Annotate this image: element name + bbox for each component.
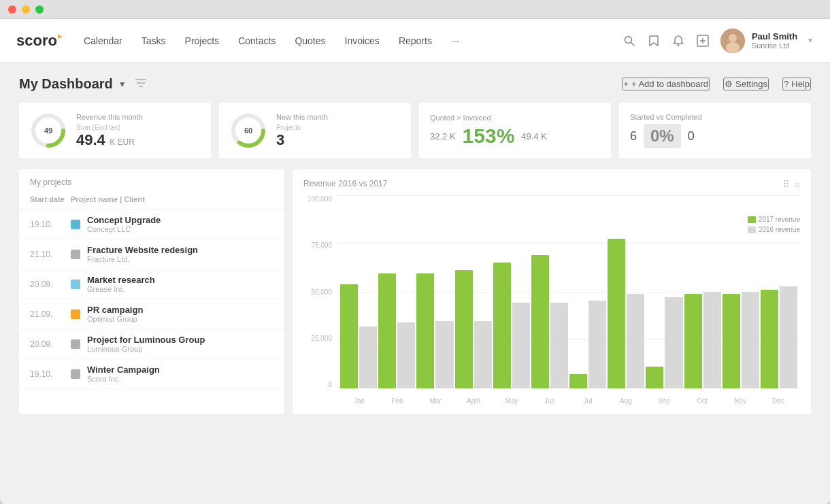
chart-title: Revenue 2016 vs 2017 <box>303 179 387 188</box>
project-row[interactable]: 19.10. Winter Campaign Scoro Inc. <box>19 359 284 389</box>
y-axis-label: 0 <box>328 381 332 388</box>
add-icon-label: + <box>623 79 629 89</box>
close-button[interactable] <box>8 5 16 14</box>
revenue-value: 49.4 <box>76 131 105 148</box>
nav-quotes[interactable]: Quotes <box>295 35 325 46</box>
svc-values: 6 0% 0 <box>630 124 800 148</box>
nav-icons <box>622 34 710 48</box>
project-color-indicator <box>71 250 80 259</box>
settings-label: Settings <box>735 79 767 89</box>
col-name: Project name | Client <box>71 195 273 203</box>
user-name: Paul Smith <box>752 31 797 41</box>
qi-right: 49.4 K <box>521 131 547 141</box>
nav-more[interactable]: ··· <box>451 35 459 46</box>
new-projects-sublabel: Projects <box>276 124 400 131</box>
dashboard-dropdown-icon[interactable]: ▼ <box>118 80 127 89</box>
bar-2017 <box>723 294 740 389</box>
bar-2017 <box>455 270 473 388</box>
bar-group <box>646 297 682 388</box>
project-row[interactable]: 20.09. Market research Grease Inc. <box>19 269 284 299</box>
help-label: Help <box>791 79 810 89</box>
qi-left: 32.2 K <box>430 131 456 141</box>
bar-2016 <box>780 286 797 388</box>
settings-button[interactable]: ⚙ Settings <box>723 78 769 90</box>
new-projects-card: 60 New this month Projects 3 <box>219 103 411 158</box>
chart-close-icon[interactable]: ○ <box>795 179 800 190</box>
chart-body: JanFebMarAprilMayJunJulAugSepOctNovDec 2… <box>337 195 800 405</box>
main-content: My Dashboard ▼ + + Add to dashboard ⚙ <box>0 63 830 504</box>
x-axis-label: May <box>493 397 531 405</box>
table-header: Start date Project name | Client <box>19 192 284 209</box>
qi-values: 32.2 K 153% 49.4 K <box>430 124 600 148</box>
new-projects-content: New this month Projects 3 <box>276 113 400 149</box>
svc-left: 6 <box>630 129 637 144</box>
logo[interactable]: scoro▶ <box>16 32 62 50</box>
x-axis-label: Mar <box>416 397 454 405</box>
svg-point-7 <box>729 34 737 42</box>
svc-pct: 0% <box>644 124 681 148</box>
project-client: Grease Inc. <box>87 285 273 293</box>
project-date: 19.10. <box>30 220 64 229</box>
project-row[interactable]: 20.09. Project for Luminous Group Lumino… <box>19 329 284 359</box>
project-client: Concept LLC <box>87 225 273 233</box>
legend-label: 2016 revenue <box>759 226 800 233</box>
x-axis-label: Aug <box>607 397 645 405</box>
quoted-invoiced-label: Quoted > Invoiced <box>430 114 600 122</box>
bar-2016 <box>665 297 682 388</box>
bar-2016 <box>359 326 377 388</box>
bar-2017 <box>340 284 358 388</box>
maximize-button[interactable] <box>35 5 44 14</box>
nav-calendar[interactable]: Calendar <box>84 35 122 46</box>
x-axis-label: Nov <box>721 397 759 405</box>
x-axis-label: Jul <box>569 397 607 405</box>
project-date: 20.09. <box>30 339 64 349</box>
bar-2017 <box>684 294 702 389</box>
user-area[interactable]: Paul Smith Sunrise Ltd ▼ <box>720 29 814 53</box>
notification-icon[interactable] <box>671 34 685 48</box>
help-button[interactable]: ? Help <box>782 78 811 90</box>
add-icon[interactable] <box>696 34 710 48</box>
project-date: 21.10. <box>30 250 64 259</box>
bar-2016 <box>550 303 568 388</box>
project-row[interactable]: 21.09. PR campaign Optimist Group <box>19 299 284 329</box>
bar-2017 <box>416 273 434 388</box>
bar-2016 <box>512 303 530 388</box>
dashboard-filter-icon[interactable] <box>135 78 147 90</box>
minimize-button[interactable] <box>22 5 30 14</box>
add-to-dashboard-label: + Add to dashboard <box>631 79 708 89</box>
bar-group <box>455 270 492 388</box>
project-color-indicator <box>71 280 80 289</box>
search-icon[interactable] <box>622 34 636 48</box>
add-to-dashboard-button[interactable]: + + Add to dashboard <box>622 78 710 90</box>
bar-2017 <box>493 263 511 388</box>
y-axis-label: 50,000 <box>311 288 332 296</box>
project-info: Project for Luminous Group Luminous Grou… <box>87 335 273 353</box>
revenue-unit: K EUR <box>110 137 135 147</box>
bar-2016 <box>627 294 644 389</box>
qi-center: 153% <box>463 124 515 148</box>
legend-color <box>748 226 756 233</box>
x-labels: JanFebMarAprilMayJunJulAugSepOctNovDec <box>337 397 800 405</box>
revenue-percent: 49 <box>44 127 52 135</box>
bookmark-icon[interactable] <box>647 34 661 48</box>
started-completed-card: Started vs Completed 6 0% 0 <box>619 103 811 158</box>
project-row[interactable]: 21.10. Fracture Website redesign Fractur… <box>19 239 284 269</box>
nav-projects[interactable]: Projects <box>185 35 220 46</box>
nav-tasks[interactable]: Tasks <box>142 35 166 46</box>
user-dropdown-icon[interactable]: ▼ <box>807 37 814 44</box>
nav-contacts[interactable]: Contacts <box>238 35 276 46</box>
project-name: Market research <box>87 275 273 285</box>
nav-links: Calendar Tasks Projects Contacts Quotes … <box>84 35 622 46</box>
bar-2016 <box>588 301 606 388</box>
nav-reports[interactable]: Reports <box>399 35 432 46</box>
svg-line-1 <box>631 42 634 46</box>
project-color-indicator <box>71 309 80 319</box>
revenue-card: 49 Revenue this month Sum (Excl tax) 49.… <box>19 103 211 158</box>
nav-invoices[interactable]: Invoices <box>345 35 380 46</box>
logo-text: scoro <box>16 32 57 50</box>
bar-2017 <box>378 273 396 388</box>
bar-chart: 100,00075,00050,00025,0000 <box>303 195 800 405</box>
project-row[interactable]: 19.10. Concept Upgrade Concept LLC <box>19 209 284 239</box>
chart-grid-icon[interactable]: ⠿ <box>782 179 789 190</box>
bars-row <box>337 195 800 388</box>
